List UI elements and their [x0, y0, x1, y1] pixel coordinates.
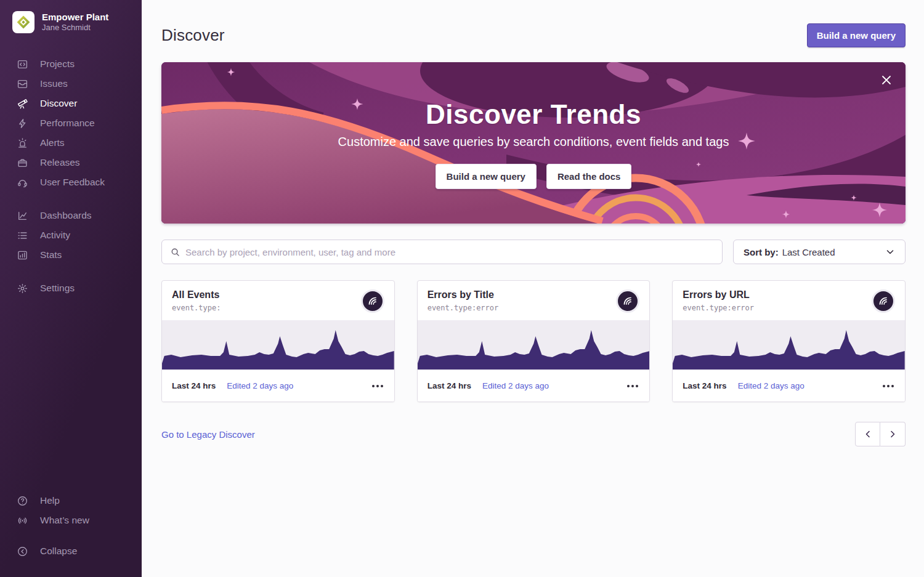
sparkline-area: [162, 330, 394, 369]
bar-chart-icon: [17, 250, 28, 260]
sparkline-chart: [162, 320, 394, 369]
org-name: Empower Plant: [42, 12, 108, 23]
gear-icon: [17, 283, 28, 294]
search-box: [161, 240, 723, 264]
card-footer: Last 24 hrs Edited 2 days ago: [673, 369, 905, 401]
archive-icon: [17, 158, 28, 168]
sidebar-item-releases[interactable]: Releases: [0, 153, 142, 172]
line-chart-icon: [17, 211, 28, 221]
sidebar-item-projects[interactable]: Projects: [0, 54, 142, 74]
telescope-icon: [17, 99, 28, 109]
card-options-button[interactable]: [881, 381, 895, 391]
sentry-logo-icon: [877, 295, 890, 307]
org-switcher[interactable]: Empower Plant Jane Schmidt: [0, 11, 142, 33]
search-icon: [171, 248, 180, 257]
card-header: Errors by URL event.type:error: [673, 281, 905, 320]
sidebar-item-activity[interactable]: Activity: [0, 225, 142, 245]
saved-query-cards: All Events event.type: Last 24 hrs Edite…: [161, 280, 906, 402]
card-title: Errors by URL: [683, 289, 754, 301]
creator-avatar: [361, 289, 384, 313]
card-options-button[interactable]: [626, 381, 639, 391]
list-icon: [17, 230, 28, 241]
creator-avatar: [872, 289, 895, 313]
card-footer: Last 24 hrs Edited 2 days ago: [162, 369, 394, 401]
banner-content: Discover Trends Customize and save queri…: [161, 62, 906, 224]
sparkline-chart: [418, 320, 650, 369]
issues-icon: [17, 79, 28, 89]
sidebar-item-help[interactable]: Help: [0, 491, 142, 510]
pagination-next-button[interactable]: [880, 422, 906, 446]
sidebar-item-label: Alerts: [40, 137, 65, 148]
query-card-all-events[interactable]: All Events event.type: Last 24 hrs Edite…: [161, 280, 395, 402]
sidebar-item-label: Collapse: [40, 546, 77, 557]
sidebar-item-user-feedback[interactable]: User Feedback: [0, 172, 142, 192]
sidebar-item-label: Releases: [40, 157, 80, 168]
time-range: Last 24 hrs: [683, 381, 726, 390]
banner-build-query-button[interactable]: Build a new query: [436, 164, 537, 189]
sidebar-item-label: Stats: [40, 249, 62, 260]
sidebar-item-dashboards[interactable]: Dashboards: [0, 206, 142, 225]
sparkline-chart: [673, 320, 905, 369]
projects-icon: [17, 59, 28, 70]
discover-trends-banner: Discover Trends Customize and save queri…: [161, 62, 906, 224]
build-new-query-button[interactable]: Build a new query: [807, 23, 906, 47]
card-query-string: event.type:error: [683, 304, 754, 312]
sparkline-area: [418, 330, 650, 369]
sidebar-item-discover[interactable]: Discover: [0, 94, 142, 113]
org-logo: [12, 11, 34, 33]
pagination: [855, 422, 906, 446]
user-name: Jane Schmidt: [42, 23, 108, 33]
query-card-errors-by-title[interactable]: Errors by Title event.type:error Last 24…: [417, 280, 650, 402]
bottom-row: Go to Legacy Discover: [161, 422, 906, 446]
pagination-prev-button[interactable]: [855, 422, 880, 446]
sidebar-item-label: User Feedback: [40, 177, 105, 188]
creator-avatar: [616, 289, 639, 313]
card-query-string: event.type:: [172, 304, 221, 312]
question-circle-icon: [17, 496, 28, 506]
chevron-down-icon: [885, 247, 895, 257]
ellipsis-icon: [883, 385, 885, 387]
card-options-button[interactable]: [371, 381, 384, 391]
query-card-errors-by-url[interactable]: Errors by URL event.type:error Last 24 h…: [672, 280, 906, 402]
card-header: All Events event.type:: [162, 281, 394, 320]
sidebar-item-performance[interactable]: Performance: [0, 113, 142, 133]
ellipsis-icon: [627, 385, 630, 387]
sort-label: Sort by:: [744, 247, 779, 257]
main-content: Discover Build a new query: [142, 0, 924, 577]
sidebar-item-label: Projects: [40, 59, 75, 70]
search-input[interactable]: [185, 247, 713, 257]
sidebar-item-settings[interactable]: Settings: [0, 278, 142, 298]
edited-timestamp: Edited 2 days ago: [482, 381, 549, 390]
sidebar-item-label: Discover: [40, 98, 77, 109]
chevron-right-icon: [888, 429, 898, 439]
chevron-left-icon: [863, 429, 873, 439]
card-query-string: event.type:error: [428, 304, 499, 312]
card-title: Errors by Title: [428, 289, 499, 301]
nav-divider: [0, 530, 142, 541]
legacy-discover-link[interactable]: Go to Legacy Discover: [161, 429, 255, 440]
page-title: Discover: [161, 26, 225, 45]
banner-read-docs-button[interactable]: Read the docs: [546, 164, 632, 189]
sidebar-item-stats[interactable]: Stats: [0, 245, 142, 265]
nav-divider: [0, 265, 142, 278]
sidebar-item-alerts[interactable]: Alerts: [0, 133, 142, 153]
sidebar-item-issues[interactable]: Issues: [0, 74, 142, 94]
time-range: Last 24 hrs: [172, 381, 216, 390]
close-icon: [880, 74, 893, 86]
card-title: All Events: [172, 289, 221, 301]
nav-divider: [0, 192, 142, 206]
sidebar-item-label: Help: [40, 495, 60, 506]
sidebar-footer: Help What’s new Collapse: [0, 491, 142, 561]
sparkline-area: [673, 330, 905, 369]
filter-row: Sort by: Last Created: [161, 240, 906, 264]
sidebar-collapse-button[interactable]: Collapse: [0, 541, 142, 561]
sidebar: Empower Plant Jane Schmidt Projects Issu…: [0, 0, 142, 577]
siren-icon: [17, 138, 28, 148]
sidebar-item-label: Activity: [40, 230, 70, 241]
sidebar-item-whats-new[interactable]: What’s new: [0, 510, 142, 530]
lightning-icon: [17, 118, 28, 129]
banner-close-button[interactable]: [877, 71, 896, 89]
sentry-logo-icon: [367, 295, 379, 307]
sort-dropdown[interactable]: Sort by: Last Created: [733, 240, 906, 264]
banner-subtitle: Customize and save queries by search con…: [338, 135, 729, 149]
